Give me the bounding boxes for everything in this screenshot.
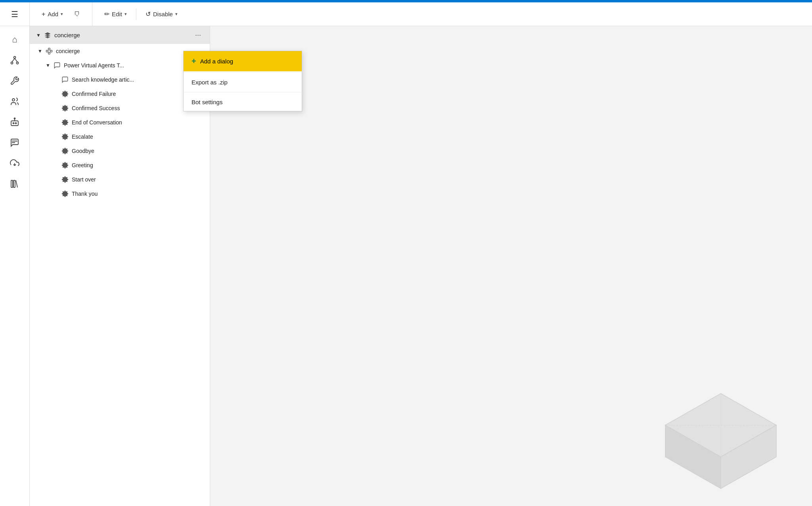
disable-label: Disable [153, 11, 173, 17]
disable-button[interactable]: ↺ Disable ▾ [142, 8, 182, 20]
greeting-label: Greeting [72, 162, 93, 168]
sidebar-item-users[interactable] [5, 92, 24, 111]
svg-line-3 [12, 59, 15, 62]
sidebar-item-home[interactable]: ⌂ [5, 30, 24, 49]
gear-icon-failure [61, 90, 69, 97]
ctx-item-add-dialog[interactable]: + Add a dialog [184, 51, 302, 71]
svg-rect-14 [48, 48, 50, 50]
svg-point-5 [12, 99, 15, 101]
toolbar-divider [136, 8, 136, 20]
ctx-add-dialog-label: Add a dialog [200, 58, 233, 65]
sidebar-item-flow[interactable] [5, 51, 24, 70]
tree-item-end-conversation[interactable]: End of Conversation [54, 115, 210, 130]
search-message-icon [61, 76, 69, 83]
pva-label: Power Virtual Agents T... [64, 62, 124, 69]
concierge-chevron-icon: ▼ [38, 48, 42, 54]
svg-rect-10 [11, 180, 13, 187]
context-menu: + Add a dialog Export as .zip Bot settin… [183, 51, 302, 111]
svg-point-7 [13, 123, 14, 124]
svg-rect-6 [11, 121, 18, 126]
edit-icon: ✏ [104, 10, 109, 18]
root-label: concierge [54, 32, 190, 38]
icon-sidebar: ⌂ [0, 26, 30, 506]
disable-chevron-icon: ▾ [175, 11, 178, 17]
sidebar-item-chat[interactable] [5, 133, 24, 152]
tree-item-thank-you[interactable]: Thank you [54, 187, 210, 201]
filter-icon: ⛉ [74, 11, 80, 17]
start-over-label: Start over [72, 176, 96, 183]
escalate-label: Escalate [72, 134, 93, 140]
sidebar-item-tools[interactable] [5, 71, 24, 90]
svg-rect-13 [50, 50, 52, 52]
concierge-label: concierge [56, 48, 80, 54]
root-cube-icon [44, 32, 51, 39]
svg-point-1 [11, 62, 13, 64]
add-chevron-icon: ▾ [61, 11, 63, 17]
gear-icon-escalate [61, 133, 69, 140]
ctx-plus-icon: + [192, 57, 196, 66]
gear-icon-thank-you [61, 190, 69, 197]
ctx-export-label: Export as .zip [192, 79, 228, 86]
search-label: Search knowledge artic... [72, 76, 134, 83]
ctx-bot-settings-label: Bot settings [192, 99, 222, 105]
confirmed-failure-label: Confirmed Failure [72, 91, 116, 97]
ctx-divider-1 [184, 72, 302, 73]
gear-icon-eoc [61, 119, 69, 126]
edit-button[interactable]: ✏ Edit ▾ [100, 8, 131, 20]
svg-line-4 [15, 59, 17, 62]
network-icon [46, 48, 53, 55]
ctx-item-export[interactable]: Export as .zip [184, 73, 302, 91]
add-label: Add [48, 11, 58, 17]
add-icon: + [42, 11, 45, 18]
gear-icon-goodbye [61, 147, 69, 155]
end-conversation-label: End of Conversation [72, 119, 122, 126]
svg-point-0 [14, 57, 16, 59]
goodbye-label: Goodbye [72, 148, 94, 154]
box-svg [653, 386, 788, 496]
filter-button[interactable]: ⛉ [70, 8, 84, 20]
box-illustration [653, 386, 788, 498]
sidebar-item-bot[interactable] [5, 113, 24, 132]
root-more-button[interactable]: ··· [193, 30, 203, 40]
gear-icon-start-over [61, 176, 69, 183]
hamburger-area: ☰ [0, 2, 30, 26]
thank-you-label: Thank you [72, 191, 98, 197]
tree-child-group-1: ▼ concierge ▼ Power Virtual Agents T.. [30, 44, 210, 201]
gear-icon-greeting [61, 162, 69, 169]
tree-item-start-over[interactable]: Start over [54, 172, 210, 187]
svg-point-8 [15, 123, 17, 124]
edit-label: Edit [112, 11, 122, 17]
message-icon [54, 62, 61, 69]
edit-chevron-icon: ▾ [124, 11, 127, 17]
tree-item-escalate[interactable]: Escalate [54, 130, 210, 144]
ctx-divider-2 [184, 92, 302, 92]
svg-point-2 [17, 62, 19, 64]
svg-rect-15 [48, 52, 50, 54]
root-chevron-icon: ▼ [36, 32, 41, 38]
top-accent-bar [0, 0, 812, 2]
disable-icon: ↺ [146, 10, 151, 18]
svg-rect-12 [46, 50, 48, 52]
tree-item-goodbye[interactable]: Goodbye [54, 144, 210, 158]
toolbar-right: ✏ Edit ▾ ↺ Disable ▾ [92, 2, 190, 26]
tree-item-greeting[interactable]: Greeting [54, 158, 210, 172]
sidebar-item-library[interactable] [5, 174, 24, 193]
add-button[interactable]: + Add ▾ [38, 8, 67, 20]
gear-icon-success [61, 105, 69, 112]
sidebar-item-cloud[interactable] [5, 154, 24, 173]
svg-rect-11 [13, 180, 15, 187]
tree-root-item[interactable]: ▼ concierge ··· [30, 26, 210, 44]
hamburger-icon[interactable]: ☰ [11, 10, 18, 19]
confirmed-success-label: Confirmed Success [72, 105, 120, 111]
pva-chevron-icon: ▼ [46, 63, 50, 68]
top-toolbar: ☰ + Add ▾ ⛉ ✏ Edit ▾ ↺ Disable ▾ [0, 2, 812, 26]
toolbar-left: + Add ▾ ⛉ [30, 2, 92, 26]
ctx-item-bot-settings[interactable]: Bot settings [184, 93, 302, 111]
